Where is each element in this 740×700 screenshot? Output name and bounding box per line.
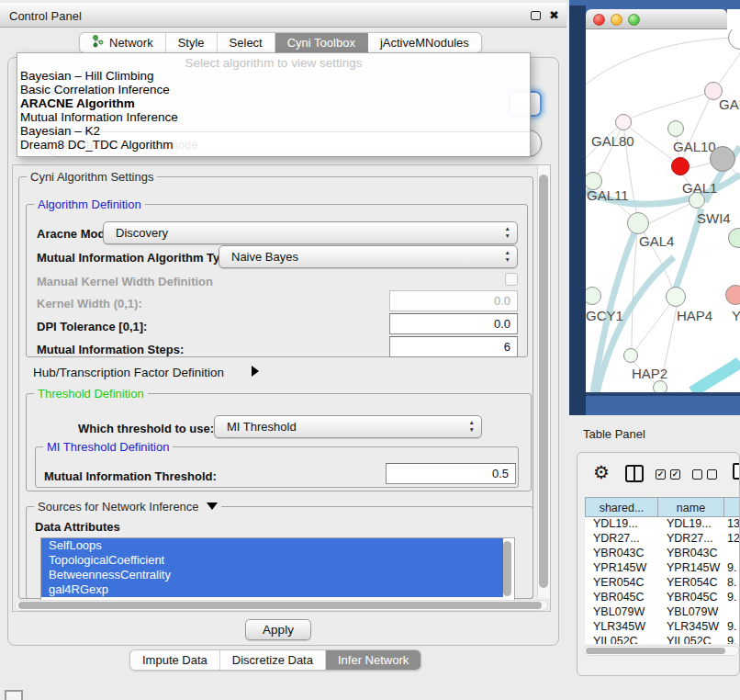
table-row[interactable]: YER054CYER054C8. [585, 576, 740, 591]
tab-discretize-data[interactable]: Discretize Data [220, 650, 326, 670]
tab-impute-data-label: Impute Data [142, 653, 207, 667]
screen: Control Panel ✖ Network Style Select Cyn… [0, 0, 740, 700]
unchecked-box-icon[interactable] [692, 469, 702, 480]
attribute-item[interactable]: SelfLoops [41, 538, 503, 553]
tab-impute-data[interactable]: Impute Data [130, 650, 220, 670]
kernel-width-field[interactable]: 0.0 [389, 290, 518, 311]
network-node-y[interactable] [725, 285, 740, 305]
tab-discretize-data-label: Discretize Data [232, 653, 313, 667]
minimized-panel-icon[interactable] [5, 690, 23, 700]
network-view-backdrop-edge [569, 6, 586, 415]
network-node-hap4[interactable] [666, 287, 686, 307]
table-cell: YPR145W [585, 561, 658, 576]
column-header-name[interactable]: name [658, 497, 724, 517]
tab-style[interactable]: Style [166, 33, 218, 52]
network-node-swi4[interactable] [689, 192, 705, 209]
settings-vscroll-thumb[interactable] [539, 175, 548, 588]
network-window-titlebar[interactable] [586, 9, 727, 29]
algorithm-option[interactable]: Bayesian – K2 [20, 124, 100, 138]
network-node[interactable] [710, 146, 735, 172]
network-node-gal80[interactable] [615, 114, 632, 130]
checked-box-icon[interactable]: ✓ [656, 469, 666, 480]
tab-network[interactable]: Network [80, 33, 166, 52]
gear-icon[interactable]: ⚙ [593, 461, 610, 483]
hub-expand-icon[interactable] [252, 366, 259, 377]
mi-threshold-field[interactable]: 0.5 [386, 463, 516, 484]
control-panel-titlebar: Control Panel ✖ [0, 3, 566, 28]
network-canvas[interactable]: GALGAL80GAL10GAL1GAL11SWI4GAL4GCY1HAP4YH… [586, 29, 740, 392]
attribute-item[interactable]: BetweennessCentrality [41, 568, 503, 582]
algorithm-option[interactable]: Mutual Information Inference [20, 110, 178, 124]
sources-collapse-icon[interactable] [207, 502, 218, 510]
table-row[interactable]: YPR145WYPR145W9. [585, 561, 740, 576]
checked-box-icon[interactable]: ✓ [670, 469, 680, 480]
column-header-shared[interactable]: shared... [585, 497, 658, 517]
network-node-gal10[interactable] [667, 120, 684, 137]
tab-cyni-toolbox[interactable]: Cyni Toolbox [275, 33, 368, 52]
tab-select[interactable]: Select [218, 33, 275, 52]
algorithm-option[interactable]: Basic Correlation Inference [20, 83, 170, 96]
network-node-gal1[interactable] [671, 157, 690, 175]
minimize-traffic-light-icon[interactable] [611, 14, 622, 26]
table-row[interactable]: YBR045CYBR045C9. [585, 591, 740, 605]
dpi-tolerance-field[interactable]: 0.0 [389, 313, 518, 334]
tab-cyni-toolbox-label: Cyni Toolbox [287, 36, 355, 50]
table-cell: 13 [724, 517, 740, 532]
manual-kernel-checkbox[interactable] [505, 273, 518, 286]
network-node-label: HAP2 [632, 366, 667, 381]
table-cell: YER054C [658, 576, 724, 591]
table-cell: 8. [724, 576, 740, 591]
algorithm-option[interactable]: Bayesian – Hill Climbing [20, 69, 154, 83]
close-icon[interactable]: ✖ [549, 8, 559, 22]
which-threshold-combobox[interactable]: MI Threshold ▲▼ [214, 415, 482, 438]
network-node-label: HAP4 [677, 308, 712, 323]
algorithm-option-selected[interactable]: ARACNE Algorithm [20, 96, 135, 110]
table-row[interactable]: YBL079WYBL079W [585, 605, 740, 620]
tab-select-label: Select [230, 36, 263, 50]
table-panel-box: ⚙ ✓ ✓ shared... name YDL19...YDL19...13Y… [577, 452, 740, 676]
algorithm-placeholder: Select algorithm to view settings [17, 56, 530, 70]
table-cell: YLR345W [585, 620, 658, 635]
hub-definition-label: Hub/Transcription Factor Definition [33, 366, 224, 379]
network-icon [92, 35, 104, 51]
apply-button[interactable]: Apply [245, 619, 311, 640]
aracne-mode-combobox[interactable]: Discovery ▲▼ [103, 221, 518, 244]
column-header-clipped[interactable] [724, 497, 740, 517]
mi-steps-field[interactable]: 6 [389, 336, 518, 357]
network-window-shadow [586, 392, 740, 396]
network-node-hap2[interactable] [623, 348, 638, 363]
manual-kernel-label: Manual Kernel Width Definition [37, 275, 213, 288]
table-hscroll-thumb[interactable] [586, 648, 725, 654]
table-cell: YDR27... [585, 532, 658, 547]
table-cell: YBR045C [585, 591, 658, 605]
columns-icon[interactable] [625, 465, 644, 482]
attribute-item[interactable]: TopologicalCoefficient [41, 553, 503, 568]
table-cell: 9. [724, 561, 740, 576]
table-body: YDL19...YDL19...13YDR27...YDR27...12YBR0… [585, 517, 740, 644]
network-node-label: SWI4 [697, 210, 731, 226]
unchecked-box-icon[interactable] [707, 469, 717, 480]
attribute-list-scrollbar[interactable] [503, 541, 511, 596]
network-node[interactable] [653, 380, 667, 392]
table-row[interactable]: YIL052CYIL052C9. [585, 635, 740, 644]
tab-infer-network-label: Infer Network [338, 653, 409, 667]
threshold-definition-title: Threshold Definition [34, 387, 148, 401]
table-cell: YDR27... [658, 532, 724, 547]
settings-hscroll-thumb[interactable] [18, 602, 542, 609]
close-traffic-light-icon[interactable] [593, 14, 605, 26]
algorithm-option[interactable]: Dream8 DC_TDC Algorithm [20, 138, 174, 152]
mi-type-combobox[interactable]: Naive Bayes ▲▼ [219, 245, 518, 268]
table-row[interactable]: YDR27...YDR27...12 [585, 532, 740, 547]
table-row[interactable]: YLR345WYLR345W9. [585, 620, 740, 635]
attribute-item[interactable]: gal4RGexp [41, 582, 503, 597]
file-icon[interactable] [733, 463, 740, 480]
table-row[interactable]: YBR043CYBR043C [585, 547, 740, 561]
tab-jactivemnodules[interactable]: jActiveMNodules [368, 33, 481, 52]
tab-infer-network[interactable]: Infer Network [326, 650, 420, 670]
mi-threshold-group-title: MI Threshold Definition [43, 440, 173, 454]
table-row[interactable]: YDL19...YDL19...13 [585, 517, 740, 532]
tab-style-label: Style [178, 36, 205, 50]
zoom-traffic-light-icon[interactable] [628, 14, 640, 26]
network-node-gal4[interactable] [627, 212, 649, 234]
float-window-icon[interactable] [531, 11, 541, 20]
